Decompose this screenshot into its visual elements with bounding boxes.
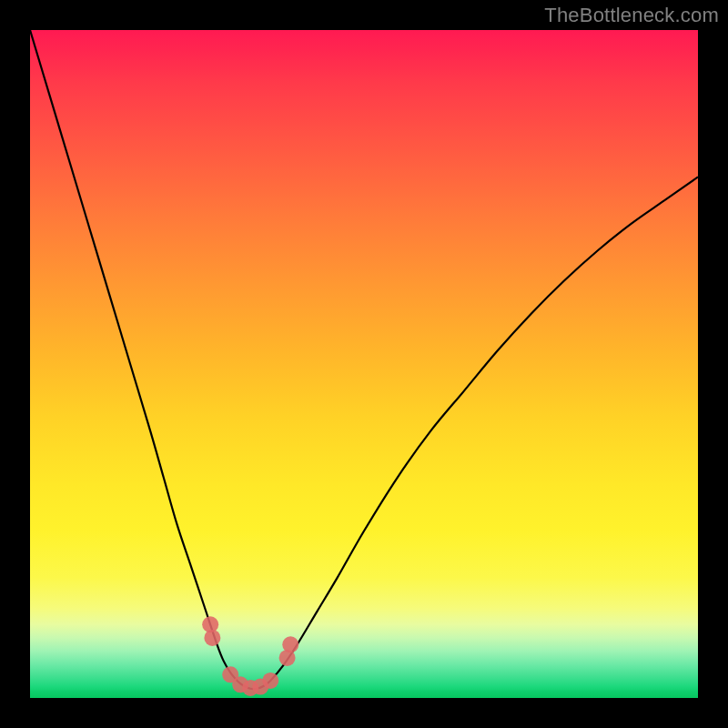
bottleneck-curve (30, 30, 698, 689)
watermark-text: TheBottleneck.com (544, 4, 719, 27)
plot-area (30, 30, 698, 698)
marker-group (202, 616, 298, 696)
data-marker (282, 636, 298, 652)
data-marker (204, 630, 220, 646)
curve-layer (30, 30, 698, 698)
data-marker (262, 672, 278, 689)
chart-frame: TheBottleneck.com (0, 0, 728, 728)
